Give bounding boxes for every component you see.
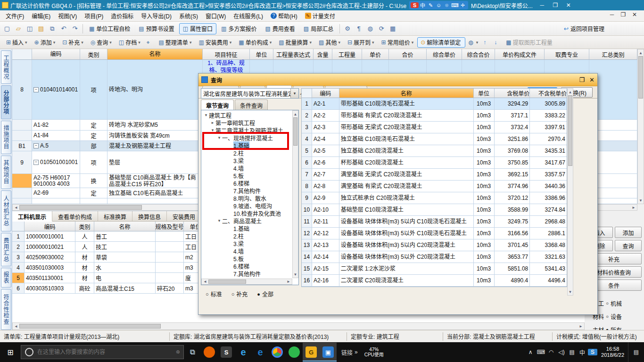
tree-item[interactable]: 6.楼梯 [201,262,298,270]
toolbar-button[interactable]: ▨ 局部汇总 [300,23,337,34]
cpu-usage-widget[interactable]: 47% CPU使用 [364,347,384,357]
menu-item[interactable]: 文件(F) [2,11,28,21]
tray-icon[interactable]: S [588,349,597,355]
grid-header-cell[interactable]: 名称 [107,49,203,60]
grid-header-cell[interactable]: 编码 [32,49,80,60]
menu-item[interactable]: 导入导出(D) [137,11,175,21]
tree-item[interactable]: 4.墙 [201,247,298,255]
mdi-restore-button[interactable]: ❐ [618,11,629,18]
tray-icon[interactable]: ◁) [557,349,566,355]
quota-table-row[interactable]: 13 A2-13 设备基础 块体体积(m3) 5以内 C20现浇混凝土 10m3… [302,239,567,251]
grid-header-cell[interactable]: 单价构成文件 [495,49,545,60]
scope-radio[interactable]: ○ 标准 [206,290,222,298]
scroll-left-arrow[interactable]: ◄ [13,205,19,210]
sogou-toolbar-icon[interactable]: ⌾ [443,2,451,8]
taskbar-app-button[interactable]: S [218,343,235,362]
menu-item[interactable]: 造价指标 [107,11,137,21]
menu-item[interactable]: 编辑(E) [28,11,54,21]
toolbar-dropdown-button[interactable]: ⌖ [144,37,155,48]
scroll-up-arrow[interactable]: ▲ [638,49,644,56]
quota-table-row[interactable]: 16 A2-16 二次灌浆 C20现浇混凝土 10m3 4890.4 4496.… [302,275,567,287]
tree-expand-icon[interactable]: ▾ [216,135,222,140]
tree-item[interactable]: ▾ 二、商品混凝土 [201,217,298,224]
scope-radio[interactable]: ● 全部 [257,290,273,298]
toolbar-icon-button[interactable]: ⚙ [342,24,353,34]
tree-item[interactable]: 10.检查井及化粪池 [201,209,298,217]
dialog-title-bar[interactable]: 查询 ❐ ✕ [198,74,597,86]
maximize-button[interactable]: ❐ [549,2,562,8]
toolbar-icon-button[interactable]: ▱ [13,24,24,34]
scroll-left-arrow[interactable]: ◄ [13,323,19,329]
toolbar-dropdown-button[interactable]: ⊞ 常用组价 ▾ [378,37,417,48]
toolbar-dropdown-button[interactable]: ▧ 批量换算 ▾ [275,37,315,48]
resource-header-cell[interactable]: 名称 [94,222,156,231]
toolbar-dropdown-button[interactable]: ↓ [492,37,502,48]
menu-item[interactable]: 窗口(W) [202,11,230,21]
scroll-right-arrow[interactable]: ► [578,323,584,329]
tree-item[interactable]: ▾ 一、现场搅拌混凝土 [201,134,298,141]
grid-header-cell[interactable]: 单位 [250,49,273,60]
tree-item[interactable]: 6.楼梯 [201,179,298,187]
tree-item[interactable]: ▾ 建筑工程 [201,111,298,119]
sidebar-module-tab[interactable]: 分部分项 [1,85,11,119]
dialog-close-button[interactable]: ✕ [589,76,594,83]
minimize-button[interactable]: ─ [536,2,549,8]
toolbar-dropdown-button[interactable]: ▥ 安装费用 ▾ [195,37,235,48]
sidebar-module-tab[interactable]: 费用汇总 [1,233,11,266]
quota-table-row[interactable]: 4 A2-4 独立基础 C10现浇毛石混凝土 10m3 3251.86 2970… [302,133,567,145]
filter-right-label[interactable]: 机械 [611,299,622,307]
taskbar-clock[interactable]: 16:58 2018/6/22 [601,346,624,358]
toolbar-dropdown-button[interactable]: ▦ 单价构成 ▾ [235,37,275,48]
grid-header-cell[interactable]: 含量 [314,49,332,60]
scroll-up-arrow[interactable]: ▲ [568,89,573,95]
resource-panel-tab[interactable]: 换算信息 [132,211,167,221]
quota-header-cell[interactable]: 不含税单价 [530,89,567,98]
toolbar-dropdown-button[interactable]: ▩ 提取图形工程量 [503,37,557,48]
toolbar-dropdown-button[interactable]: ⊕ 添加 ▾ [31,37,59,48]
quota-table-row[interactable]: 10 A2-10 基础垫层 C10现浇混凝土 10m3 3588.99 3274… [302,204,567,216]
tree-item[interactable]: 9.坡道、电缆沟 [201,202,298,209]
tray-icon[interactable]: ∧ [526,349,535,355]
menu-item[interactable]: ✎ 计量支付 [301,11,339,21]
tree-expand-icon[interactable]: ▸ [210,120,215,125]
taskbar-search[interactable]: ⌾ [21,345,184,359]
resource-panel-tab[interactable]: 安装费用 [167,211,201,221]
tree-item[interactable]: ▾ 第二章混凝土及钢筋混凝土 [201,126,298,134]
toolbar-icon-button[interactable]: ◍ [365,24,375,34]
tree-item[interactable]: 2.柱 [201,149,298,156]
side-panel-button[interactable]: 添加 [615,227,642,238]
quota-table-row[interactable]: 15 A2-15 二次灌浆 1:2水泥沙浆 10m3 5851.08 5341.… [302,263,567,275]
sogou-toolbar-icon[interactable]: ✎ [427,2,435,8]
quota-table-row[interactable]: 14 A2-14 设备基础 块体体积(m3) 5以外 C20现浇混凝土 10m3… [302,251,567,263]
resource-header-cell[interactable]: 规格及型号 [156,222,184,231]
tree-expand-icon[interactable]: ▾ [216,218,222,223]
scroll-up-arrow[interactable]: ▲ [293,111,298,117]
toolbar-icon-button[interactable]: ⟳ [376,24,387,34]
quota-header-cell[interactable]: 含税单价 [495,89,530,98]
menu-item[interactable]: 在线服务(L) [230,11,267,21]
quota-library-dropdown[interactable]: 湖北省房屋建筑与装饰工程消耗量定 ▾ [201,88,299,99]
scroll-left-arrow[interactable]: ◄ [202,279,208,285]
resource-header-cell[interactable]: 编码 [25,222,75,231]
microphone-icon[interactable]: ⌾ [176,349,180,355]
menu-item[interactable]: 视图(V) [54,11,81,21]
mdi-minimize-button[interactable]: ─ [606,11,618,18]
tree-horizontal-scrollbar[interactable]: ◄ ► [201,279,292,285]
scope-radio[interactable]: ○ 补充 [231,290,248,298]
scrollbar-thumb[interactable] [638,56,643,99]
grid-header-cell[interactable] [12,49,32,60]
links-toolbar[interactable]: 链接 » [341,348,358,356]
quota-table-row[interactable]: 1 A2-1 带形基础 C10现浇毛石混凝土 10m3 3294.29 3005… [302,98,567,110]
toolbar-dropdown-button[interactable]: ▤ 整理清单 ▾ [156,37,195,48]
taskbar-app-button[interactable]: e [252,343,269,362]
tree-item[interactable]: 3.梁 [201,156,298,164]
sidebar-module-tab[interactable]: 措施项目 [1,121,11,154]
tree-item[interactable]: ▸ 第一章砌筑工程 [201,119,298,126]
scrollbar-thumb[interactable] [19,324,161,329]
toolbar-button[interactable]: ◫ 属性窗口 [179,23,216,34]
task-view-button[interactable]: ⧉ [184,348,201,356]
toolbar-icon-button[interactable]: ↷ [70,24,80,34]
scroll-down-arrow[interactable]: ▼ [638,197,644,204]
quota-table-row[interactable]: 3 A2-3 带形基础 无梁式 C20现浇混凝土 10m3 3732.4 339… [302,122,567,133]
quota-table-row[interactable]: 5 A2-5 独立基础 C20现浇混凝土 10m3 3769.08 3435.3… [302,145,567,157]
